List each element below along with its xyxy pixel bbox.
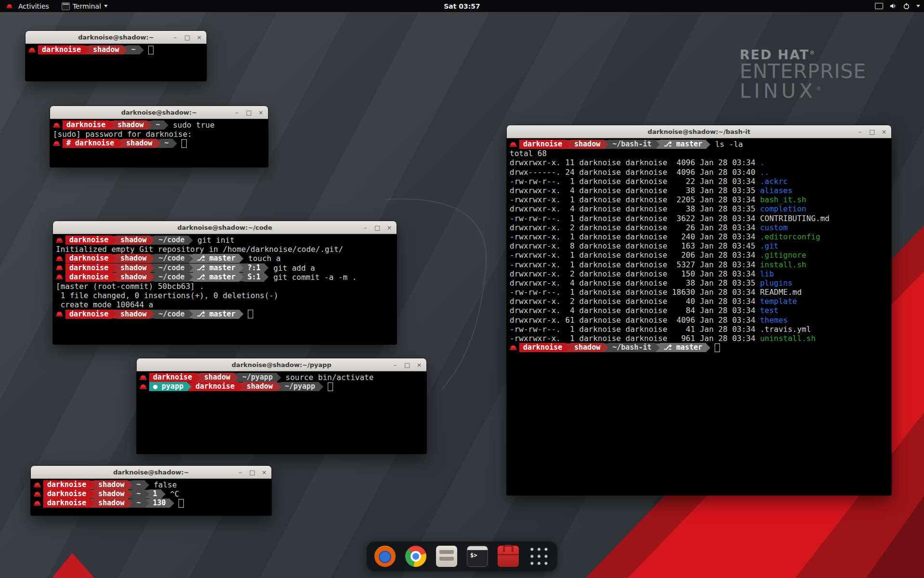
- powerline-arrow-icon: [604, 140, 608, 149]
- powerline-arrow-icon: [85, 46, 89, 54]
- terminal-content[interactable]: darknoiseshadow~ falsedarknoiseshadow~1 …: [31, 479, 271, 515]
- terminal-text: -rwxrwxr-x. 1 darknoise darknoise 5327 J…: [510, 260, 760, 269]
- powerline-arrow-icon: [145, 490, 149, 499]
- terminal-text: completion: [760, 204, 806, 213]
- powerline-arrow-icon: [123, 46, 127, 54]
- terminal-text: custom: [760, 223, 788, 232]
- minimize-button[interactable]: –: [234, 109, 240, 116]
- terminal-icon[interactable]: $>: [467, 546, 488, 567]
- terminal-content[interactable]: darknoiseshadow~/pyapp source bin/activa…: [137, 371, 426, 454]
- minimize-button[interactable]: –: [237, 469, 243, 475]
- close-button[interactable]: ×: [386, 224, 392, 231]
- terminal-text: -rwxrwxr-x. 1 darknoise darknoise 961 Ja…: [510, 334, 760, 343]
- redhat-prompt-icon: [510, 345, 517, 351]
- terminal-line: drwx------. 24 darknoise darknoise 4096 …: [510, 168, 888, 177]
- files-icon[interactable]: [436, 546, 457, 567]
- minimize-button[interactable]: –: [392, 362, 398, 368]
- terminal-cursor: [248, 310, 253, 318]
- prompt-segment-host: shadow: [94, 489, 128, 499]
- titlebar[interactable]: darknoise@shadow:~ – □ ×: [31, 466, 271, 479]
- powerline-arrow-icon: [147, 121, 152, 130]
- redhat-prompt-icon: [56, 311, 63, 317]
- maximize-button[interactable]: □: [249, 469, 255, 475]
- terminal-line: drwxrwxr-x. 8 darknoise darknoise 163 Ja…: [510, 241, 888, 250]
- close-button[interactable]: ×: [258, 109, 264, 116]
- maximize-button[interactable]: □: [184, 34, 190, 40]
- firefox-icon[interactable]: [374, 546, 396, 567]
- maximize-button[interactable]: □: [246, 109, 252, 116]
- titlebar[interactable]: darknoise@shadow:~ – □ ×: [26, 31, 206, 44]
- redhat-prompt-icon: [53, 122, 60, 128]
- redhat-prompt-icon: [56, 237, 63, 243]
- close-button[interactable]: ×: [881, 129, 887, 135]
- terminal-line: darknoiseshadow~/bash-it⎇ master ls -la: [510, 140, 888, 149]
- terminal-line: Initialized empty Git repository in /hom…: [56, 245, 394, 254]
- prompt-segment-host: shadow: [89, 45, 123, 54]
- titlebar[interactable]: darknoise@shadow:~/code – □ ×: [53, 221, 397, 234]
- prompt-segment-user: darknoise: [65, 310, 112, 319]
- prompt-segment-host: shadow: [116, 263, 150, 273]
- terminal-window-bash-it[interactable]: darknoise@shadow:~/bash-it – □ × darknoi…: [507, 125, 891, 495]
- titlebar[interactable]: darknoise@shadow:~ – □ ×: [50, 106, 268, 119]
- terminal-line: # darknoiseshadow~: [53, 139, 265, 148]
- titlebar[interactable]: darknoise@shadow:~/bash-it – □ ×: [507, 125, 891, 138]
- terminal-content[interactable]: darknoiseshadow~/bash-it⎇ master ls -lat…: [507, 138, 891, 495]
- prompt-segment-path: ~: [127, 45, 139, 54]
- prompt-segment-git: ⎇ master: [660, 140, 706, 149]
- terminal-text: lib: [760, 269, 774, 278]
- close-button[interactable]: ×: [416, 362, 422, 368]
- prompt-segment-host: shadow: [114, 120, 147, 130]
- powerline-arrow-icon: [128, 499, 132, 508]
- app-grid-icon[interactable]: [528, 546, 550, 567]
- minimize-button[interactable]: –: [362, 224, 368, 231]
- terminal-text: drwxrwxr-x. 2 darknoise darknoise 40 Jan…: [510, 297, 760, 306]
- clock[interactable]: Sat 03:57: [444, 2, 480, 10]
- powerline-arrow-icon: [150, 310, 154, 318]
- prompt-segment-host: shadow: [116, 254, 150, 263]
- powerline-arrow-icon: [90, 481, 94, 489]
- terminal-window-home-2[interactable]: darknoise@shadow:~ – □ × darknoiseshadow…: [31, 466, 271, 515]
- redhat-prompt-icon: [56, 256, 63, 262]
- terminal-window-pyapp[interactable]: darknoise@shadow:~/pyapp – □ × darknoise…: [137, 358, 426, 454]
- prompt-segment-host: shadow: [116, 273, 150, 282]
- terminal-text: ..: [760, 168, 769, 177]
- terminal-line: [master (root-commit) 50bcb63] .: [56, 282, 394, 291]
- prompt-segment-path: ~/pyapp: [238, 373, 276, 382]
- prompt-segment-exit: 130: [149, 499, 170, 508]
- window-title: darknoise@shadow:~: [121, 109, 197, 116]
- terminal-window-home-1[interactable]: darknoise@shadow:~ – □ × darknoiseshadow…: [26, 31, 206, 81]
- prompt-segment-venv: ● pyapp: [149, 382, 187, 391]
- chrome-icon[interactable]: [405, 546, 426, 567]
- minimize-button[interactable]: –: [857, 129, 863, 135]
- terminal-cursor: [179, 499, 184, 508]
- prompt-segment-host: shadow: [94, 499, 128, 508]
- close-button[interactable]: ×: [261, 469, 267, 475]
- powerline-arrow-icon: [161, 490, 166, 499]
- terminal-text: drwxrwxr-x. 2 darknoise darknoise 150 Ja…: [510, 269, 760, 278]
- titlebar[interactable]: darknoise@shadow:~/pyapp – □ ×: [137, 358, 426, 371]
- maximize-button[interactable]: □: [869, 129, 875, 135]
- powerline-arrow-icon: [140, 46, 144, 54]
- terminal-content[interactable]: darknoiseshadow~ sudo true[sudo] passwor…: [50, 119, 268, 167]
- powerline-arrow-icon: [145, 481, 149, 489]
- terminal-line: drwxrwxr-x. 2 darknoise darknoise 40 Jan…: [510, 297, 888, 306]
- minimize-button[interactable]: –: [172, 34, 178, 40]
- terminal-line: drwxrwxr-x. 2 darknoise darknoise 26 Jan…: [510, 223, 888, 232]
- prompt-segment-exit: 1: [149, 489, 161, 499]
- close-button[interactable]: ×: [196, 34, 202, 40]
- prompt-segment-host: shadow: [122, 139, 156, 148]
- toolbox-icon[interactable]: [498, 546, 519, 567]
- terminal-line: drwxrwxr-x. 4 darknoise darknoise 38 Jan…: [510, 278, 888, 288]
- activities-button[interactable]: Activities: [4, 0, 51, 12]
- powerline-arrow-icon: [655, 140, 660, 149]
- maximize-button[interactable]: □: [374, 224, 380, 231]
- terminal-text: aliases: [760, 186, 792, 195]
- app-menu-terminal[interactable]: Terminal: [60, 0, 110, 12]
- powerline-arrow-icon: [150, 236, 154, 245]
- terminal-window-sudo[interactable]: darknoise@shadow:~ – □ × darknoiseshadow…: [50, 106, 268, 167]
- system-menu[interactable]: [875, 0, 920, 12]
- terminal-window-code[interactable]: darknoise@shadow:~/code – □ × darknoises…: [53, 221, 397, 344]
- terminal-content[interactable]: darknoiseshadow~/code git initInitialize…: [53, 234, 397, 344]
- terminal-content[interactable]: darknoiseshadow~: [26, 44, 206, 81]
- maximize-button[interactable]: □: [404, 362, 410, 368]
